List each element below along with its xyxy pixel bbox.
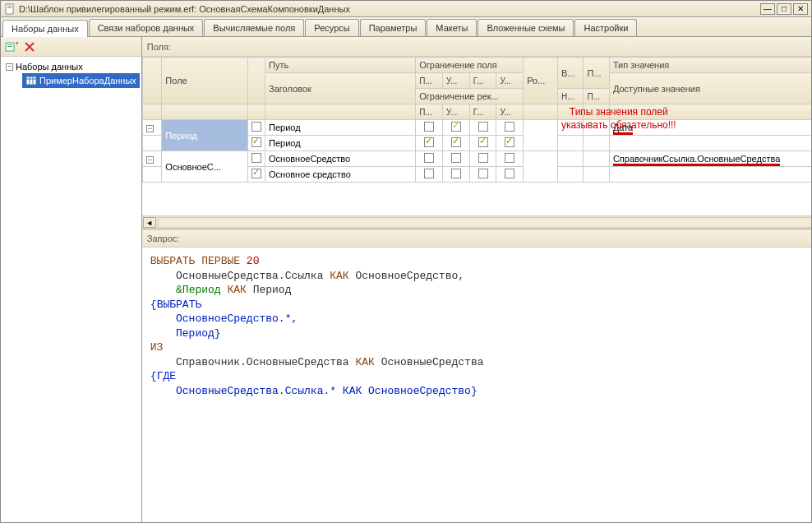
tree-collapse-icon[interactable]: − [6, 63, 13, 71]
tree-item-dataset[interactable]: ПримерНабораДанных [22, 73, 140, 88]
cell-cb[interactable] [469, 136, 496, 151]
sub-u-r[interactable]: У... [442, 104, 469, 120]
col-role[interactable]: Ро... [524, 58, 558, 104]
tab-resources[interactable]: Ресурсы [305, 19, 358, 36]
col-restrict-field[interactable]: Ограничение поля [416, 58, 524, 73]
cell-check2[interactable] [584, 120, 609, 136]
fields-grid[interactable]: Поле Путь Ограничение поля Ро... В... П.… [142, 57, 812, 183]
svg-rect-2 [7, 7, 12, 8]
cell-field[interactable]: ОсновноеС... [162, 151, 248, 183]
sub-u[interactable]: У... [442, 73, 469, 89]
cell-cb[interactable] [496, 151, 524, 167]
tree-root[interactable]: − Наборы данных [2, 60, 140, 73]
tab-datasets[interactable]: Наборы данных [2, 20, 88, 37]
table-row[interactable]: − Период Период Дата [142, 120, 812, 136]
col-path[interactable]: Путь [265, 58, 416, 73]
sub-p-r[interactable]: П... [416, 104, 443, 120]
svg-rect-4 [7, 44, 12, 45]
fields-grid-area: Поле Путь Ограничение поля Ро... В... П.… [142, 57, 812, 229]
query-text[interactable]: ВЫБРАТЬ ПЕРВЫЕ 20 ОсновныеСредства.Ссылк… [150, 254, 812, 516]
tab-dataset-links[interactable]: Связи наборов данных [89, 19, 204, 36]
delete-icon[interactable] [22, 39, 37, 54]
cell-expr[interactable] [558, 120, 584, 136]
tab-calc-fields[interactable]: Вычисляемые поля [204, 19, 304, 36]
row-expander[interactable]: − [142, 151, 162, 167]
window-buttons: — □ ✕ [760, 3, 808, 15]
cell-field[interactable]: Период [162, 120, 248, 151]
scroll-track[interactable] [158, 217, 812, 228]
sub-u2-r[interactable]: У... [496, 104, 524, 120]
sidebar: ▾ − Наборы данных ПримерНабораДанных [1, 37, 142, 522]
sub-p[interactable]: П... [416, 73, 443, 89]
tab-settings[interactable]: Настройки [574, 19, 637, 36]
cell-cb[interactable] [469, 167, 496, 183]
cell-path[interactable]: Основное средство [265, 167, 416, 183]
cell-check[interactable] [248, 167, 265, 183]
col-type[interactable]: Тип значения [609, 58, 812, 73]
cell-cb[interactable] [469, 120, 496, 136]
cell-check[interactable] [248, 120, 265, 136]
minimize-button[interactable]: — [760, 3, 775, 15]
main-tabs: Наборы данных Связи наборов данных Вычис… [1, 17, 811, 37]
cell-cb[interactable] [416, 120, 443, 136]
tab-nested-schemas[interactable]: Вложенные схемы [478, 19, 574, 36]
sub-u2[interactable]: У... [496, 73, 524, 89]
sidebar-toolbar: ▾ [1, 37, 141, 57]
sub-p2[interactable]: П... [584, 89, 609, 104]
col-expr[interactable]: В... [558, 58, 584, 89]
cell-cb[interactable] [442, 151, 469, 167]
cell-cb[interactable] [416, 167, 443, 183]
maximize-button[interactable]: □ [777, 3, 791, 15]
grid-hscroll[interactable]: ◄ ► [142, 215, 812, 229]
svg-rect-0 [6, 4, 13, 14]
add-dataset-icon[interactable]: ▾ [4, 39, 19, 54]
sub-g[interactable]: Г... [469, 73, 496, 89]
tab-templates[interactable]: Макеты [427, 19, 477, 36]
svg-rect-1 [7, 6, 12, 7]
query-editor[interactable]: ВЫБРАТЬ ПЕРВЫЕ 20 ОсновныеСредства.Ссылк… [142, 248, 812, 522]
cell-path[interactable]: Период [265, 136, 416, 151]
titlebar: D:\Шаблон привилегированный режим.erf: О… [1, 1, 811, 17]
query-header: Запрос: Конструктор запроса... [142, 229, 812, 248]
scroll-left-icon[interactable]: ◄ [143, 217, 156, 228]
cell-role[interactable] [524, 120, 558, 151]
cell-type[interactable]: Дата [609, 120, 812, 136]
dataset-tree: − Наборы данных ПримерНабораДанных [1, 57, 141, 522]
cell-cb[interactable] [496, 120, 524, 136]
cell-cb[interactable] [442, 167, 469, 183]
sub-g-r[interactable]: Г... [469, 104, 496, 120]
cell-cb[interactable] [496, 136, 524, 151]
cell-cb[interactable] [469, 151, 496, 167]
svg-rect-5 [7, 46, 12, 47]
fields-label: Поля: [147, 42, 812, 52]
tree-item-label: ПримерНабораДанных [39, 76, 136, 86]
cell-cb[interactable] [416, 136, 443, 151]
table-row[interactable]: − ОсновноеС... ОсновноеСредство Справочн… [142, 151, 812, 167]
cell-cb[interactable] [496, 167, 524, 183]
cell-check[interactable] [248, 136, 265, 151]
row-expander[interactable]: − [142, 120, 162, 136]
fields-toolbar: Поля: [142, 37, 812, 57]
titlebar-text: D:\Шаблон привилегированный режим.erf: О… [19, 4, 760, 14]
doc-icon [4, 3, 16, 15]
cell-cb[interactable] [416, 151, 443, 167]
svg-text:▾: ▾ [16, 40, 18, 47]
table-icon [25, 75, 37, 86]
cell-cb[interactable] [442, 120, 469, 136]
col-check[interactable]: П... [584, 58, 609, 89]
cell-role[interactable] [524, 151, 558, 183]
col-restrict-rec[interactable]: Ограничение рек... [416, 89, 524, 104]
tab-parameters[interactable]: Параметры [360, 19, 427, 36]
cell-cb[interactable] [442, 136, 469, 151]
col-header[interactable]: Заголовок [265, 73, 416, 104]
cell-path[interactable]: ОсновноеСредство [265, 151, 416, 167]
query-label: Запрос: [147, 234, 812, 243]
cell-check[interactable] [248, 151, 265, 167]
close-button[interactable]: ✕ [793, 3, 808, 15]
svg-rect-9 [26, 76, 36, 85]
sub-n[interactable]: Н... [558, 89, 584, 104]
cell-path[interactable]: Период [265, 120, 416, 136]
cell-type[interactable]: СправочникСсылка.ОсновныеСредства [609, 151, 812, 167]
col-avail[interactable]: Доступные значения [609, 73, 812, 104]
col-field[interactable]: Поле [162, 58, 248, 104]
